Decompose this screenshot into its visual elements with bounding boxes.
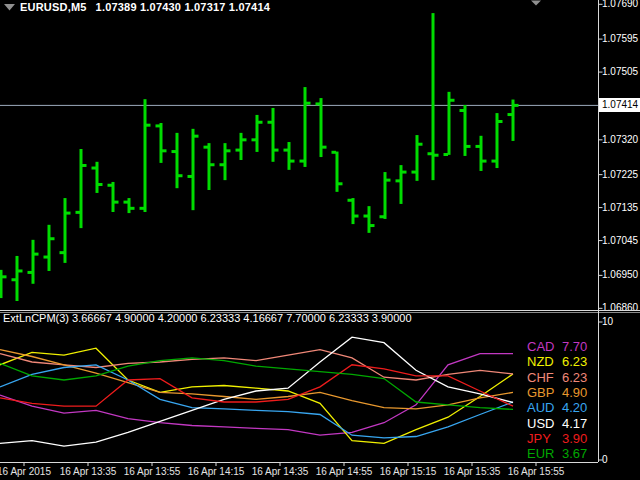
ohlc-bar [268,108,279,162]
chart-title: EURUSD,M51.07389 1.07430 1.07317 1.07414 [20,1,270,13]
ohlc-bar [204,143,215,190]
mt4-chart-window: EURUSD,M51.07389 1.07430 1.07317 1.07414… [0,0,640,480]
ohlc-bar [348,198,359,224]
ohlc-bar [364,206,375,233]
ohlc-bar [396,165,407,204]
indicator-scale-max: 10 [602,316,613,328]
ohlc-bar [476,136,487,171]
ohlc-bar [28,240,39,284]
indicator-line-jpy [0,365,513,406]
ohlc-bar [12,256,23,301]
ohlc-bar [140,99,151,212]
indicator-lines [0,337,513,446]
ohlc-bar [156,123,167,163]
ohlc-bar [492,113,503,168]
indicator-label: ExtLnCPM(3) 3.66667 4.90000 4.20000 6.23… [3,312,412,324]
ohlc-bar [60,198,71,263]
ohlc-bar [428,13,439,180]
ohlc-bar [444,92,455,155]
ohlc-bar [460,105,471,156]
ohlc-bar [252,115,263,152]
ohlc-bar [172,133,183,188]
ohlc-bar [44,225,55,271]
ohlc-bar [76,149,87,228]
indicator-scale-min: 0 [602,454,608,466]
ohlc-bar [108,182,119,212]
current-price-tag: 1.07414 [599,98,640,112]
indicator-line-nzd [0,348,513,443]
ohlc-values: 1.07389 1.07430 1.07317 1.07414 [96,1,270,13]
ohlc-bar [300,87,311,167]
ohlc-bar [380,172,391,219]
symbol-marker-icon [4,4,15,11]
chart-shift-marker-icon [531,1,541,6]
ohlc-bar [124,198,135,213]
ohlc-bar [220,143,231,180]
ohlc-bar [412,135,423,181]
chart-canvas[interactable] [0,0,640,480]
ohlc-bar [188,129,199,210]
axis-ticks [24,4,603,466]
ohlc-bar [236,133,247,160]
symbol-label: EURUSD,M5 [20,1,87,13]
ohlc-bar [92,162,103,193]
price-bars [0,13,519,301]
ohlc-bar [316,98,327,157]
ohlc-bar [332,152,343,192]
ohlc-bar [0,270,7,298]
ohlc-bar [284,142,295,170]
